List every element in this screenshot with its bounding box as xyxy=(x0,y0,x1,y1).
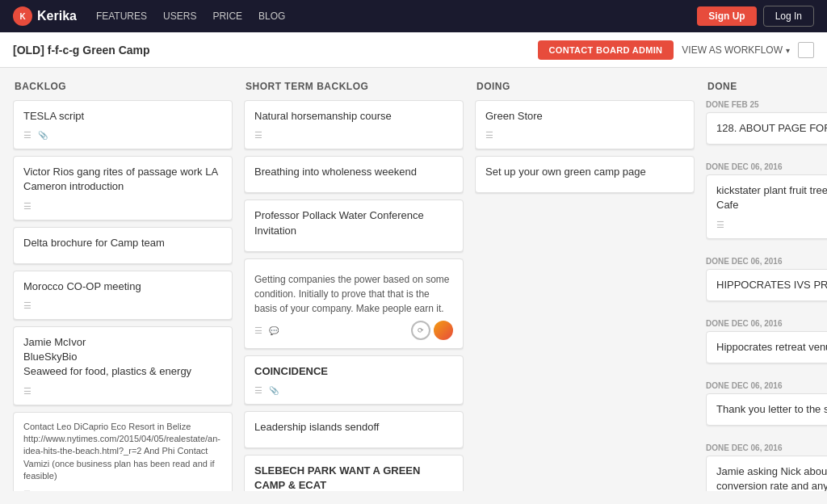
card-green-store[interactable]: Green Store xyxy=(475,100,695,149)
backlog-column: Backlog TESLA script Victor Rios gang ri… xyxy=(13,81,233,491)
card-title: Delta brochure for Camp team xyxy=(23,236,222,250)
doing-cards: Green Store Set up your own green camp p… xyxy=(475,100,695,491)
card-leadership[interactable]: Leadership islands sendoff xyxy=(244,411,464,448)
card-meta xyxy=(485,128,684,141)
card-professor-pollack[interactable]: Professor Pollack Water Conference Invit… xyxy=(244,200,464,251)
card-body: Getting companies the power based on som… xyxy=(254,272,453,316)
card-meta xyxy=(716,218,827,230)
card-title: Victor Rios gang rites of passage work L… xyxy=(23,165,222,194)
done-group-feb25: DONE FEB 25 128. ABOUT PAGE FOR AFG xyxy=(706,100,827,149)
nav-price[interactable]: PRICE xyxy=(212,10,242,22)
backlog-cards: TESLA script Victor Rios gang rites of p… xyxy=(13,100,233,491)
done-card[interactable]: kickstater plant fruit trees possibiliti… xyxy=(706,174,827,238)
done-column: Done DONE FEB 25 128. ABOUT PAGE FOR AFG… xyxy=(706,81,827,491)
done-label: DONE DEC 06, 2016 xyxy=(706,257,827,266)
chevron-down-icon xyxy=(786,44,790,56)
card-jamie-mcivor[interactable]: Jamie McIvor BlueSkyBio Seaweed for food… xyxy=(13,326,233,405)
card-coincidence[interactable]: COINCIDENCE xyxy=(244,355,464,405)
nav-blog[interactable]: BLOG xyxy=(258,10,285,22)
done-group-dec06-5: DONE DEC 06, 2016 Jamie asking Nick abou… xyxy=(706,443,827,491)
lines-icon xyxy=(23,200,31,212)
lines-icon xyxy=(23,128,31,141)
doing-column-header: Doing xyxy=(475,81,695,92)
kanban-board: Backlog TESLA script Victor Rios gang ri… xyxy=(0,68,827,504)
workflow-button[interactable]: VIEW AS WORKFLOW xyxy=(682,44,790,56)
card-tesla-script[interactable]: TESLA script xyxy=(13,100,233,149)
lines-icon xyxy=(23,299,31,311)
card-title: Contact Leo DiCaprio Eco Resort in Beliz… xyxy=(23,421,222,483)
check-icon xyxy=(23,487,31,491)
done-card[interactable]: Thank you letter to the sea bucktho... xyxy=(706,393,827,426)
nav-features[interactable]: FEATURES xyxy=(96,10,147,22)
done-group-dec06-1: DONE DEC 06, 2016 kickstater plant fruit… xyxy=(706,162,827,243)
workflow-label: VIEW AS WORKFLOW xyxy=(682,44,783,56)
done-group-dec06-2: DONE DEC 06, 2016 HIPPOCRATES IVS PRE-PR… xyxy=(706,257,827,306)
doing-column: Doing Green Store Set up your own green … xyxy=(475,81,695,491)
card-title: TESLA script xyxy=(23,109,222,124)
card-title: kickstater plant fruit trees possibiliti… xyxy=(716,183,827,212)
board-view-icon[interactable] xyxy=(798,42,814,58)
lines-icon xyxy=(485,128,493,141)
avatar xyxy=(434,321,453,340)
logo-text: Kerika xyxy=(37,9,77,23)
nav-users[interactable]: USERS xyxy=(163,10,196,22)
attach-icon xyxy=(269,384,279,396)
short-term-column-header: SHORT TERM BACKLOG xyxy=(244,81,464,92)
card-title: Thank you letter to the sea bucktho... xyxy=(716,402,827,417)
signup-button[interactable]: Sign Up xyxy=(697,6,756,26)
project-title: [OLD] f-f-c-g Green Camp xyxy=(13,44,150,57)
done-label: DONE FEB 25 xyxy=(706,100,827,109)
card-title: Jamie McIvor BlueSkyBio Seaweed for food… xyxy=(23,335,222,380)
done-label: DONE DEC 06, 2016 xyxy=(706,443,827,452)
done-card[interactable]: HIPPOCRATES IVS PRE-PROPOSAL xyxy=(706,269,827,301)
subheader-actions: CONTACT BOARD ADMIN VIEW AS WORKFLOW xyxy=(538,40,814,60)
card-victor-rios[interactable]: Victor Rios gang rites of passage work L… xyxy=(13,156,233,220)
card-title: Breathing into wholeness weekend xyxy=(254,165,453,179)
done-card[interactable]: Hippocrates retreat venue sourcing xyxy=(706,331,827,363)
contact-admin-button[interactable]: CONTACT BOARD ADMIN xyxy=(538,40,674,60)
attach-icon xyxy=(38,128,48,141)
done-cards: DONE FEB 25 128. ABOUT PAGE FOR AFG DONE… xyxy=(706,100,827,491)
card-horsemanship[interactable]: Natural horsemanship course xyxy=(244,100,464,149)
card-meta xyxy=(254,384,453,396)
card-meta: ⟳ xyxy=(254,321,453,340)
card-setup-green-camp[interactable]: Set up your own green camp page xyxy=(475,156,695,193)
top-navigation: K Kerika FEATURES USERS PRICE BLOG Sign … xyxy=(0,0,827,32)
card-breathing[interactable]: Breathing into wholeness weekend xyxy=(244,156,464,193)
done-group-dec06-4: DONE DEC 06, 2016 Thank you letter to th… xyxy=(706,381,827,430)
logo-icon: K xyxy=(13,6,32,26)
card-morocco[interactable]: Morocco CO-OP meeting xyxy=(13,271,233,320)
card-title: HIPPOCRATES IVS PRE-PROPOSAL xyxy=(716,278,827,292)
lines-icon xyxy=(716,218,724,230)
card-meta xyxy=(254,128,453,141)
logo[interactable]: K Kerika xyxy=(13,6,77,26)
card-delta-brochure[interactable]: Delta brochure for Camp team xyxy=(13,227,233,264)
card-companies-power[interactable]: Getting companies the power based on som… xyxy=(244,258,464,349)
card-title: COINCIDENCE xyxy=(254,364,453,379)
lines-icon xyxy=(254,324,262,336)
done-card[interactable]: Jamie asking Nick about seaweed conversi… xyxy=(706,456,827,491)
lines-icon xyxy=(254,384,262,396)
card-meta xyxy=(23,200,222,212)
card-meta xyxy=(23,128,222,141)
nav-actions: Sign Up Log In xyxy=(697,6,814,27)
done-group-dec06-3: DONE DEC 06, 2016 Hippocrates retreat ve… xyxy=(706,319,827,368)
card-title: Leadership islands sendoff xyxy=(254,420,453,435)
card-title: 128. ABOUT PAGE FOR AFG xyxy=(716,121,827,136)
card-meta xyxy=(23,384,222,397)
card-meta xyxy=(23,487,222,491)
done-column-header: Done xyxy=(706,81,827,92)
done-label: DONE DEC 06, 2016 xyxy=(706,381,827,390)
done-label: DONE DEC 06, 2016 xyxy=(706,162,827,171)
card-avatars: ⟳ xyxy=(411,321,453,340)
card-contact-leo[interactable]: Contact Leo DiCaprio Eco Resort in Beliz… xyxy=(13,412,233,492)
backlog-column-header: Backlog xyxy=(13,81,233,92)
subheader: [OLD] f-f-c-g Green Camp CONTACT BOARD A… xyxy=(0,32,827,68)
avatar-spinner: ⟳ xyxy=(411,321,430,340)
card-slebech[interactable]: SLEBECH PARK WANT A GREEN CAMP & ECAT (J… xyxy=(244,455,464,491)
card-title: Set up your own green camp page xyxy=(485,165,684,179)
done-card[interactable]: 128. ABOUT PAGE FOR AFG xyxy=(706,112,827,145)
card-title: Natural horsemanship course xyxy=(254,109,453,124)
login-button[interactable]: Log In xyxy=(763,6,814,27)
lines-icon xyxy=(254,128,262,141)
